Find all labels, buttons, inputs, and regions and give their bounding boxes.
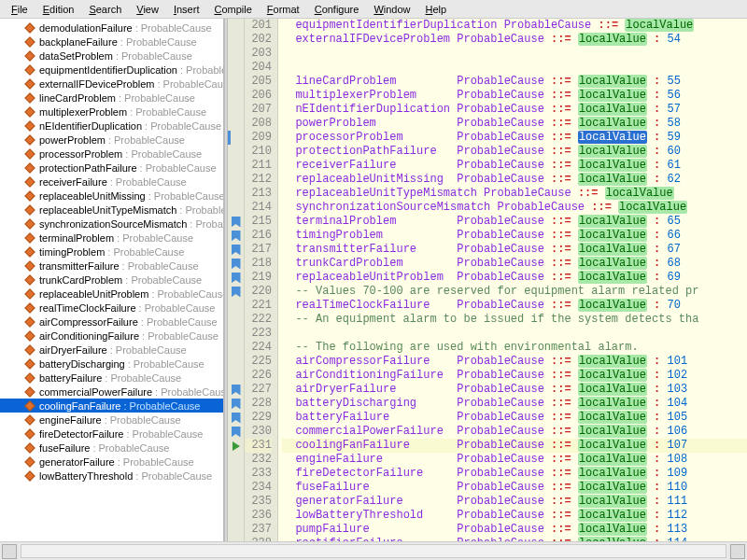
gutter-marks[interactable] [228,19,245,541]
tree-item-lowBatteryThreshold[interactable]: lowBatteryThreshold : ProbableCause [0,469,223,483]
code-line[interactable]: fireDetectorFailure ProbableCause ::= lo… [282,467,747,481]
ref-localvalue[interactable]: localValue [578,523,647,536]
tree-item-coolingFanFailure[interactable]: coolingFanFailure : ProbableCause [0,399,223,413]
code-line[interactable]: engineFailure ProbableCause ::= localVal… [282,453,747,467]
gutter-cell[interactable] [228,19,244,33]
outline-sidebar[interactable]: demodulationFailure : ProbableCausebackp… [0,19,224,541]
tree-item-externalIFDeviceProblem[interactable]: externalIFDeviceProblem : ProbableCause [0,77,223,91]
ref-localvalue[interactable]: localValue [578,159,647,172]
code-line[interactable] [282,327,747,341]
menu-file[interactable]: File [4,2,35,17]
gutter-cell[interactable] [228,299,244,313]
code-line[interactable]: -- Values 70-100 are reserved for equipm… [282,285,747,299]
ref-localvalue[interactable]: localValue [625,19,694,32]
tree-item-multiplexerProblem[interactable]: multiplexerProblem : ProbableCause [0,105,223,119]
code-line[interactable]: multiplexerProblem ProbableCause ::= loc… [282,89,747,103]
ref-localvalue[interactable]: localValue [578,397,647,410]
gutter-cell[interactable] [228,61,244,75]
code-editor[interactable]: 2012022032042052062072082092102112122132… [228,19,747,541]
gutter-cell[interactable] [228,467,244,481]
ref-localvalue[interactable]: localValue [578,271,647,284]
gutter-cell[interactable] [228,271,244,285]
code-line[interactable]: trunkCardProblem ProbableCause ::= local… [282,257,747,271]
tree-item-protectionPathFailure[interactable]: protectionPathFailure : ProbableCause [0,161,223,175]
code-line[interactable]: coolingFanFailure ProbableCause ::= loca… [282,439,747,453]
code-area[interactable]: equipmentIdentifierDuplication ProbableC… [278,19,747,541]
tree-item-replaceableUnitTypeMismatch[interactable]: replaceableUnitTypeMismatch : ProbableCa… [0,203,223,217]
tree-item-replaceableUnitProblem[interactable]: replaceableUnitProblem : ProbableCause [0,287,223,301]
tree-item-engineFailure[interactable]: engineFailure : ProbableCause [0,413,223,427]
gutter-cell[interactable] [228,131,244,145]
code-line[interactable]: generatorFailure ProbableCause ::= local… [282,495,747,509]
gutter-cell[interactable] [228,285,244,299]
code-line[interactable]: timingProblem ProbableCause ::= localVal… [282,229,747,243]
menu-search[interactable]: Search [81,2,129,17]
ref-localvalue[interactable]: localValue [578,89,647,102]
ref-localvalue[interactable]: localValue [605,187,674,200]
gutter-cell[interactable] [228,509,244,523]
code-line[interactable] [282,61,747,75]
code-line[interactable]: rectifierFailure ProbableCause ::= local… [282,537,747,541]
code-line[interactable]: receiverFailure ProbableCause ::= localV… [282,159,747,173]
ref-localvalue[interactable]: localValue [578,509,647,522]
code-line[interactable]: replaceableUnitProblem ProbableCause ::=… [282,271,747,285]
tree-item-trunkCardProblem[interactable]: trunkCardProblem : ProbableCause [0,273,223,287]
tree-item-backplaneFailure[interactable]: backplaneFailure : ProbableCause [0,35,223,49]
code-line[interactable]: protectionPathFailure ProbableCause ::= … [282,145,747,159]
ref-localvalue[interactable]: localValue [578,537,647,541]
ref-localvalue[interactable]: localValue [578,383,647,396]
ref-localvalue[interactable]: localValue [578,103,647,116]
ref-localvalue[interactable]: localValue [578,467,647,480]
tree-item-airDryerFailure[interactable]: airDryerFailure : ProbableCause [0,343,223,357]
code-line[interactable]: -- The following are used with environme… [282,341,747,355]
code-line[interactable]: batteryFailure ProbableCause ::= localVa… [282,411,747,425]
gutter-cell[interactable] [228,411,244,425]
menu-format[interactable]: Format [260,2,307,17]
ref-localvalue[interactable]: localValue [578,33,647,46]
ref-localvalue[interactable]: localValue [578,355,647,368]
tree-item-batteryFailure[interactable]: batteryFailure : ProbableCause [0,371,223,385]
code-line[interactable]: processorProblem ProbableCause ::= local… [282,131,747,145]
ref-localvalue[interactable]: localValue [578,425,647,438]
menu-insert[interactable]: Insert [166,2,207,17]
tree-item-receiverFailure[interactable]: receiverFailure : ProbableCause [0,175,223,189]
gutter-cell[interactable] [228,187,244,201]
menu-edition[interactable]: Edition [35,2,82,17]
code-line[interactable]: transmitterFailure ProbableCause ::= loc… [282,243,747,257]
code-line[interactable]: -- An equipment alarm to be issued if th… [282,313,747,327]
menu-window[interactable]: Window [366,2,417,17]
code-line[interactable]: replaceableUnitMissing ProbableCause ::=… [282,173,747,187]
gutter-cell[interactable] [228,215,244,229]
menu-view[interactable]: View [129,2,166,17]
code-line[interactable]: replaceableUnitTypeMismatch ProbableCaus… [282,187,747,201]
tree-item-processorProblem[interactable]: processorProblem : ProbableCause [0,147,223,161]
gutter-cell[interactable] [228,327,244,341]
tree-item-nEIdentifierDuplication[interactable]: nEIdentifierDuplication : ProbableCause [0,119,223,133]
ref-localvalue[interactable]: localValue [578,411,647,424]
ref-localvalue[interactable]: localValue [578,173,647,186]
code-line[interactable]: terminalProblem ProbableCause ::= localV… [282,215,747,229]
code-line[interactable]: powerProblem ProbableCause ::= localValu… [282,117,747,131]
tree-item-fireDetectorFailure[interactable]: fireDetectorFailure : ProbableCause [0,427,223,441]
ref-localvalue[interactable]: localValue [578,439,647,452]
scroll-right-button[interactable] [730,544,745,559]
gutter-cell[interactable] [228,313,244,327]
tree-item-commercialPowerFailure[interactable]: commercialPowerFailure : ProbableCause [0,385,223,399]
ref-localvalue[interactable]: localValue [578,145,647,158]
gutter-cell[interactable] [228,201,244,215]
gutter-cell[interactable] [228,355,244,369]
code-line[interactable]: synchronizationSourceMismatch ProbableCa… [282,201,747,215]
code-line[interactable]: lowBatteryThreshold ProbableCause ::= lo… [282,509,747,523]
gutter-cell[interactable] [228,173,244,187]
tree-item-lineCardProblem[interactable]: lineCardProblem : ProbableCause [0,91,223,105]
tree-item-equipmentIdentifierDuplication[interactable]: equipmentIdentifierDuplication : Probabl… [0,63,223,77]
code-line[interactable] [282,47,747,61]
gutter-cell[interactable] [228,229,244,243]
menu-help[interactable]: Help [418,2,455,17]
gutter-cell[interactable] [228,397,244,411]
gutter-cell[interactable] [228,523,244,537]
code-line[interactable]: batteryDischarging ProbableCause ::= loc… [282,397,747,411]
code-line[interactable]: airConditioningFailure ProbableCause ::=… [282,369,747,383]
code-line[interactable]: commercialPowerFailure ProbableCause ::=… [282,425,747,439]
tree-item-dataSetProblem[interactable]: dataSetProblem : ProbableCause [0,49,223,63]
